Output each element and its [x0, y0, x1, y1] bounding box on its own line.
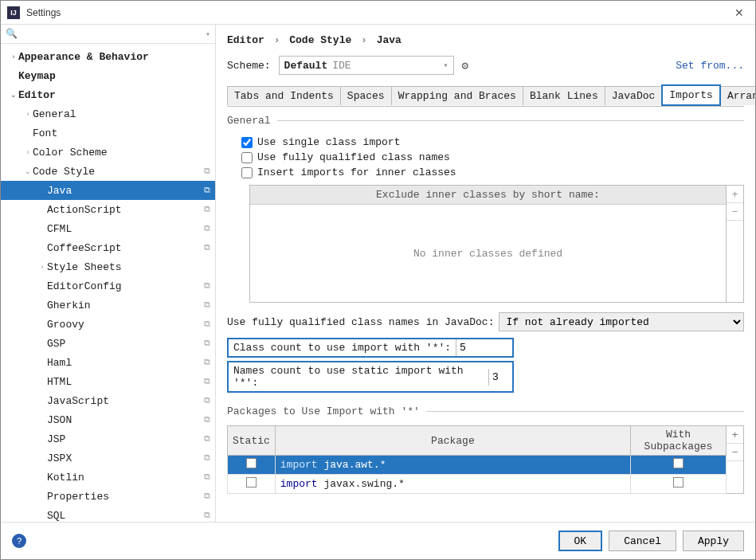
close-icon[interactable]: ✕	[730, 5, 749, 21]
sidebar-item-label: Gherkin	[47, 300, 204, 311]
sidebar-item-code-style[interactable]: ⌄Code Style⧉	[1, 162, 215, 181]
class-count-input[interactable]	[456, 339, 480, 356]
sidebar-item-label: Style Sheets	[47, 261, 204, 273]
sidebar-item-label: Java	[47, 185, 204, 197]
copy-icon: ⧉	[204, 224, 210, 233]
copy-icon: ⧉	[204, 434, 210, 444]
sidebar-item-general[interactable]: ›General⧉	[1, 104, 215, 123]
copy-icon: ⧉	[204, 339, 210, 348]
sidebar: 🔍 ▾ ›Appearance & Behavior⧉Keymap⧉⌄Edito…	[1, 25, 216, 522]
copy-icon: ⧉	[204, 472, 210, 482]
chk-fully-qualified[interactable]	[241, 152, 253, 163]
chevron-right-icon: ›	[361, 34, 367, 46]
sidebar-item-jspx[interactable]: JSPX⧉	[1, 448, 215, 468]
tab-wrapping-and-braces[interactable]: Wrapping and Braces	[391, 86, 523, 105]
cancel-button[interactable]: Cancel	[609, 531, 676, 551]
gear-icon[interactable]: ⚙	[462, 59, 468, 72]
sidebar-item-kotlin[interactable]: Kotlin⧉	[1, 468, 215, 487]
copy-icon: ⧉	[204, 377, 210, 386]
tab-blank-lines[interactable]: Blank Lines	[523, 86, 605, 105]
copy-icon: ⧉	[204, 186, 210, 195]
names-count-input[interactable]	[488, 369, 512, 386]
sidebar-item-sql[interactable]: SQL⧉	[1, 506, 215, 522]
remove-button[interactable]: −	[727, 203, 743, 221]
sidebar-item-appearance-behavior[interactable]: ›Appearance & Behavior⧉	[1, 47, 215, 66]
sidebar-item-html[interactable]: HTML⧉	[1, 372, 215, 391]
copy-icon: ⧉	[204, 166, 210, 176]
tab-spaces[interactable]: Spaces	[340, 86, 392, 105]
app-icon: IJ	[7, 6, 20, 19]
sidebar-item-label: JavaScript	[47, 395, 204, 407]
copy-icon: ⧉	[204, 243, 210, 253]
sidebar-item-style-sheets[interactable]: ›Style Sheets⧉	[1, 257, 215, 276]
sidebar-item-java[interactable]: Java⧉	[1, 181, 215, 200]
add-button[interactable]: +	[727, 186, 743, 203]
sidebar-item-actionscript[interactable]: ActionScript⧉	[1, 200, 215, 219]
copy-icon: ⧉	[204, 281, 210, 291]
fq-javadoc-select[interactable]: If not already imported	[499, 312, 744, 331]
apply-button[interactable]: Apply	[683, 531, 744, 551]
breadcrumb-item[interactable]: Editor	[227, 34, 264, 46]
table-row[interactable]: import javax.swing.*	[228, 475, 727, 494]
chk-label: Use single class import	[257, 136, 400, 148]
add-package-button[interactable]: +	[727, 426, 743, 444]
expand-icon: ›	[9, 53, 18, 61]
sidebar-item-label: EditorConfig	[47, 280, 204, 292]
sidebar-item-label: Groovy	[47, 319, 204, 331]
sidebar-item-label: GSP	[47, 338, 204, 350]
sidebar-item-label: Keymap	[18, 70, 204, 82]
keyword: import	[280, 459, 318, 471]
tab-arrangement[interactable]: Arrangement	[720, 86, 755, 105]
breadcrumb-item: Java	[377, 34, 402, 46]
tabs: Tabs and IndentsSpacesWrapping and Brace…	[227, 84, 744, 107]
sidebar-item-label: HTML	[47, 376, 204, 388]
tab-javadoc[interactable]: JavaDoc	[605, 86, 663, 105]
chevron-down-icon: ▾	[444, 61, 449, 70]
checkbox[interactable]	[673, 458, 684, 468]
expand-icon: ›	[37, 263, 47, 271]
sidebar-item-gherkin[interactable]: Gherkin⧉	[1, 296, 215, 315]
sidebar-item-jsp[interactable]: JSP⧉	[1, 429, 215, 448]
breadcrumb-item[interactable]: Code Style	[289, 34, 351, 46]
sidebar-item-json[interactable]: JSON⧉	[1, 410, 215, 429]
sidebar-item-javascript[interactable]: JavaScript⧉	[1, 391, 215, 410]
section-packages: Packages to Use Import with '*'	[227, 405, 420, 417]
tab-tabs-and-indents[interactable]: Tabs and Indents	[227, 86, 341, 105]
sidebar-item-editor[interactable]: ⌄Editor⧉	[1, 85, 215, 104]
checkbox[interactable]	[673, 477, 684, 488]
search-row: 🔍 ▾	[1, 25, 215, 44]
sidebar-item-font[interactable]: Font⧉	[1, 123, 215, 143]
search-chevron-icon[interactable]: ▾	[206, 29, 210, 39]
sidebar-item-groovy[interactable]: Groovy⧉	[1, 315, 215, 334]
sidebar-item-label: CoffeeScript	[47, 242, 204, 254]
sidebar-item-label: JSON	[47, 414, 204, 426]
checkbox[interactable]	[246, 477, 257, 488]
package-name: javax.swing.*	[323, 478, 404, 490]
set-from-link[interactable]: Set from...	[676, 60, 744, 72]
keyword: import	[280, 478, 318, 490]
sidebar-item-keymap[interactable]: Keymap⧉	[1, 66, 215, 85]
sidebar-item-color-scheme[interactable]: ›Color Scheme⧉	[1, 143, 215, 162]
scheme-select[interactable]: Default IDE ▾	[279, 56, 454, 75]
titlebar: IJ Settings ✕	[1, 1, 755, 25]
sidebar-item-haml[interactable]: Haml⧉	[1, 353, 215, 372]
checkbox[interactable]	[246, 458, 257, 468]
expand-icon: ›	[23, 110, 33, 118]
exclude-header: Exclude inner classes by short name:	[250, 186, 726, 205]
chk-single-class-import[interactable]	[241, 137, 253, 148]
sidebar-item-gsp[interactable]: GSP⧉	[1, 334, 215, 353]
sidebar-item-coffeescript[interactable]: CoffeeScript⧉	[1, 238, 215, 257]
sidebar-item-cfml[interactable]: CFML⧉	[1, 219, 215, 238]
table-row[interactable]: import java.awt.*	[228, 456, 727, 475]
sidebar-item-editorconfig[interactable]: EditorConfig⧉	[1, 276, 215, 296]
exclude-empty: No inner classes defined	[250, 205, 726, 302]
chevron-right-icon: ›	[274, 34, 280, 46]
packages-table: Static Package With Subpackages import j…	[227, 425, 727, 494]
ok-button[interactable]: OK	[558, 531, 603, 551]
tab-imports[interactable]: Imports	[661, 84, 721, 106]
search-input[interactable]	[21, 29, 202, 40]
help-icon[interactable]: ?	[12, 534, 26, 548]
remove-package-button[interactable]: −	[727, 444, 743, 461]
sidebar-item-properties[interactable]: Properties⧉	[1, 487, 215, 506]
chk-insert-inner[interactable]	[241, 167, 253, 178]
